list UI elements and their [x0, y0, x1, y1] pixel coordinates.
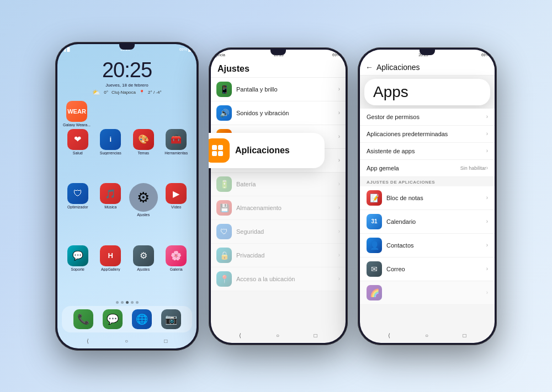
phone-3: 20:25 69% ← Aplicaciones Apps Gestor de …: [358, 47, 497, 345]
nav-bar-1: ⟨ ○ □: [57, 336, 197, 348]
chevron-partial: ›: [486, 289, 488, 296]
dot-4: [131, 301, 134, 304]
chevron-seguridad: ›: [338, 228, 340, 234]
dock-sms[interactable]: 💬: [103, 309, 123, 329]
app-galeria[interactable]: 🌸 Galería: [162, 245, 192, 297]
icon-seguridad: 🛡: [216, 224, 232, 239]
chevron-bateria: ›: [338, 181, 340, 187]
settings-header: Ajustes: [211, 60, 346, 78]
app-appgallery[interactable]: H AppGallery: [96, 245, 126, 297]
apps-predeterminadas-label: Aplicaciones predeterminadas: [367, 131, 486, 137]
status-left-2: jincia: [216, 53, 225, 57]
nav-home-2[interactable]: ○: [276, 332, 279, 339]
app-soporte[interactable]: 💬 Soporte: [63, 245, 93, 297]
nav-back-1[interactable]: ⟨: [87, 338, 89, 344]
apps-top-list: Gestor de permisos › Aplicaciones predet…: [360, 109, 495, 330]
icon-privacidad: 🔒: [216, 248, 232, 263]
weather-temp: 0°: [104, 90, 108, 95]
app-musica[interactable]: 🎵 Música: [96, 183, 126, 242]
phone-2: jincia 20:25 69% Ajustes 📱 Pantalla y br…: [209, 47, 348, 345]
chevron-sonidos: ›: [338, 110, 340, 116]
aplicaciones-tooltip-icon: [209, 138, 230, 163]
apps-item-gestor[interactable]: Gestor de permisos ›: [360, 109, 495, 126]
apps-gemela-label: App gemela: [367, 165, 460, 171]
phone-1: ▐▐▌ 20:25 69% ▓ 20:25 Jueves, 18 de febr…: [55, 42, 199, 351]
app-video[interactable]: ▶ Vídeo: [162, 183, 192, 242]
nav-home-1[interactable]: ○: [125, 338, 128, 344]
app-sugerencias[interactable]: i Sugerencias: [96, 129, 126, 180]
app-herramientas[interactable]: 🧰 Herramientas: [162, 129, 192, 180]
app-optimizador-label: Optimizador: [67, 205, 88, 209]
app-temas[interactable]: 🎨 Temas: [129, 129, 158, 180]
app-wear[interactable]: WEAR Galaxy Weara...: [63, 101, 91, 127]
apps-partial-icon: 🌈: [367, 285, 382, 300]
apps-contactos[interactable]: 👤 Contactos ›: [360, 234, 495, 257]
chevron-pantalla: ›: [338, 86, 340, 92]
apps-correo[interactable]: ✉ Correo ›: [360, 257, 495, 281]
apps-grid: ❤ Salud i Sugerencias 🎨 Temas 🧰 Herramie…: [57, 127, 197, 299]
icon-ubicacion: 📍: [216, 271, 232, 287]
settings-ubicacion-label: Acceso a la ubicación: [236, 276, 334, 282]
clock-display: 20:25: [57, 58, 197, 82]
chevron-contactos: ›: [486, 242, 488, 248]
app-salud[interactable]: ❤ Salud: [63, 129, 93, 180]
app-appgallery-icon: H: [100, 245, 121, 266]
dock-phone[interactable]: 📞: [73, 309, 93, 329]
settings-privacidad[interactable]: 🔒 Privacidad ›: [211, 244, 346, 267]
status-left-1: ▐▐▌: [63, 47, 71, 51]
dot-3: [126, 301, 129, 304]
nav-recent-3[interactable]: □: [463, 332, 466, 339]
apps-bloc[interactable]: 📝 Bloc de notas ›: [360, 186, 495, 210]
app-optimizador[interactable]: 🛡 Optimizador: [63, 183, 93, 242]
settings-pantalla[interactable]: 📱 Pantalla y brillo ›: [211, 78, 346, 101]
app-settings-big-icon: ⚙: [129, 183, 158, 212]
apps-item-asistente[interactable]: Asistente de apps ›: [360, 143, 495, 160]
notch-3: [420, 50, 435, 55]
dock-camera[interactable]: 📷: [161, 309, 181, 329]
status-right-3: 69%: [481, 53, 489, 57]
apps-bloc-icon: 📝: [367, 190, 382, 206]
apps-calendario[interactable]: 31 Calendario ›: [360, 210, 495, 234]
settings-pantalla-label: Pantalla y brillo: [236, 86, 334, 93]
dot-1: [116, 301, 119, 304]
apps-correo-icon: ✉: [367, 261, 382, 277]
app-wear-label: Galaxy Weara...: [63, 123, 91, 127]
settings-almacenamiento[interactable]: 💾 Almacenamiento ›: [211, 196, 346, 220]
app-appgallery-label: AppGallery: [101, 267, 120, 271]
icon-pantalla: 📱: [216, 82, 232, 97]
apps-bloc-label: Bloc de notas: [386, 195, 482, 201]
dock-browser[interactable]: 🌐: [132, 309, 152, 329]
nav-recent-1[interactable]: □: [164, 338, 167, 344]
nav-home-3[interactable]: ○: [425, 332, 428, 339]
apps-partial[interactable]: 🌈 ›: [360, 281, 495, 305]
chevron-asistente: ›: [486, 148, 488, 154]
nav-bar-3: ⟨ ○ □: [360, 330, 495, 343]
settings-bateria[interactable]: 🔋 Batería ›: [211, 173, 346, 196]
nav-back-2[interactable]: ⟨: [239, 332, 241, 339]
chevron-ubicacion: ›: [338, 276, 340, 282]
chevron-gestor: ›: [486, 114, 488, 120]
nav-recent-2[interactable]: □: [314, 332, 317, 339]
aplicaciones-tooltip[interactable]: Aplicaciones: [209, 133, 325, 168]
settings-bateria-label: Batería: [236, 181, 334, 187]
settings-sonidos[interactable]: 🔊 Sonidos y vibración ›: [211, 101, 346, 125]
icon-bateria: 🔋: [216, 176, 232, 192]
icon-almacenamiento: 💾: [216, 200, 232, 216]
status-right-2: 69%: [332, 53, 340, 57]
apps-item-gemela[interactable]: App gemela Sin habilitar ›: [360, 160, 495, 177]
apps-title-bubble: Apps: [364, 79, 490, 105]
app-ajustes-dock[interactable]: ⚙ Ajustes: [129, 245, 158, 297]
app-video-icon: ▶: [166, 183, 187, 204]
apps-calendario-label: Calendario: [386, 218, 482, 225]
settings-seguridad[interactable]: 🛡 Seguridad ›: [211, 220, 346, 244]
apps-item-predeterminadas[interactable]: Aplicaciones predeterminadas ›: [360, 126, 495, 143]
status-right-1: 69% ▓: [179, 47, 191, 51]
chevron-bloc: ›: [486, 195, 488, 201]
nav-back-3[interactable]: ⟨: [388, 332, 390, 339]
home-time: 20:25 Jueves, 18 de febrero: [57, 54, 197, 89]
back-arrow[interactable]: ←: [365, 63, 373, 72]
app-ajustes-center[interactable]: ⚙ Ajustes: [129, 183, 158, 242]
settings-sonidos-label: Sonidos y vibración: [236, 110, 334, 116]
settings-ubicacion[interactable]: 📍 Acceso a la ubicación ›: [211, 267, 346, 291]
app-ajustes-label: Ajustes: [137, 267, 150, 271]
